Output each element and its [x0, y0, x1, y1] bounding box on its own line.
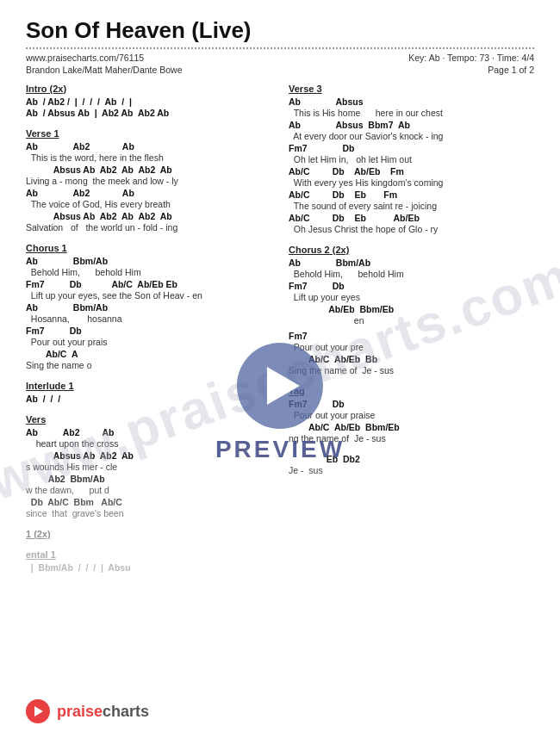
- lyric-line: Behold Him, behold Him: [26, 267, 271, 277]
- play-icon: [267, 367, 300, 405]
- section-verse1: Verse 1 Ab Ab2 Ab This is the word, here…: [26, 128, 271, 233]
- lyric-line: The sound of every saint re - joicing: [289, 201, 534, 211]
- lyric-line: w the dawn, put d: [26, 485, 271, 495]
- footer-logo[interactable]: [26, 699, 50, 723]
- chord-line: Absus Ab Ab2 Ab Ab2 Ab: [26, 164, 271, 175]
- lyric-line: since that grave's been: [26, 508, 271, 518]
- lyric-line: Living a - mong the meek and low - ly: [26, 176, 271, 186]
- chord-line: Ab Absus: [289, 96, 534, 107]
- chord-line: Ab Bbm/Ab: [289, 257, 534, 268]
- section-title-chorus1-2x: 1 (2x): [26, 529, 271, 539]
- chord-line: Db Ab/C Bbm Ab/C: [26, 497, 271, 507]
- chord-line: | Bbm/Ab / / / | Absu: [26, 562, 271, 573]
- chord-line: Ab/C Db Eb Ab/Eb: [289, 213, 534, 223]
- chord-line: Fm7 Db Ab/C Ab/Eb Eb: [26, 279, 271, 289]
- lyric-line: Behold Him, behold Him: [289, 269, 534, 279]
- lyric-line: This is His home here in our chest: [289, 108, 534, 118]
- chord-line: Ab Bbm/Ab: [26, 302, 271, 313]
- chord-line: Ab Ab2 Ab: [26, 141, 271, 152]
- section-title-verse1: Verse 1: [26, 128, 271, 139]
- chord-line: Ab/C Db Ab/Eb Fm: [289, 166, 534, 177]
- section-title-verse3: Verse 3: [289, 84, 534, 94]
- chord-line: Ab / Absus Ab | Ab2 Ab Ab2 Ab: [26, 108, 271, 118]
- page-number: Page 1 of 2: [488, 65, 534, 75]
- chord-line: Ab Bbm/Ab: [26, 256, 271, 266]
- section-title-chorus1: Chorus 1: [26, 243, 271, 253]
- section-intro: Intro (2x) Ab / Ab2 / | / / / Ab / | Ab …: [26, 84, 271, 118]
- chord-line: Fm7: [289, 331, 534, 341]
- left-column: Intro (2x) Ab / Ab2 / | / / / Ab / | Ab …: [26, 84, 271, 583]
- footer-play-icon: [34, 706, 43, 716]
- chord-line: Ab2 Bbm/Ab: [26, 474, 271, 484]
- preview-label: PREVIEW: [215, 436, 345, 463]
- footer-brand: praisecharts: [57, 703, 149, 721]
- section-title-intro: Intro (2x): [26, 84, 271, 94]
- section-title-chorus2: Chorus 2 (2x): [289, 245, 534, 255]
- lyric-line: s wounds His mer - cle: [26, 462, 271, 472]
- lyric-line: en: [289, 315, 534, 326]
- section-verse3: Verse 3 Ab Absus This is His home here i…: [289, 84, 534, 234]
- meta-row-2: Brandon Lake/Matt Maher/Dante Bowe Page …: [26, 65, 534, 75]
- lyric-line: Oh Jesus Christ the hope of Glo - ry: [289, 224, 534, 234]
- chord-line: Fm7 Db: [289, 143, 534, 153]
- lyric-line: Hosanna, hosanna: [26, 313, 271, 324]
- song-title: Son Of Heaven (Live): [26, 17, 534, 44]
- content-area: Intro (2x) Ab / Ab2 / | / / / Ab / | Ab …: [26, 84, 534, 583]
- lyric-line: Lift up your eyes: [289, 292, 534, 302]
- right-column: Verse 3 Ab Absus This is His home here i…: [289, 84, 534, 583]
- section-chorus1-2x: 1 (2x): [26, 529, 271, 539]
- divider: [26, 47, 534, 49]
- chord-line: Ab/C Db Eb Fm: [289, 189, 534, 200]
- lyric-line: Je - sus: [289, 465, 534, 475]
- chord-line: Absus Ab Ab2 Ab Ab2 Ab: [26, 211, 271, 221]
- lyric-line: This is the word, here in the flesh: [26, 152, 271, 163]
- chord-line: Ab Absus Bbm7 Ab: [289, 120, 534, 130]
- footer: praisecharts: [26, 699, 534, 723]
- chord-line: Fm7 Db: [26, 326, 271, 336]
- lyric-line: At every door our Savior's knock - ing: [289, 131, 534, 141]
- chord-line: Ab Ab2 Ab: [26, 188, 271, 198]
- page: Son Of Heaven (Live) www.praisecharts.co…: [0, 0, 560, 732]
- section-title-instrumental1: ental 1: [26, 549, 271, 560]
- section-instrumental1: ental 1 | Bbm/Ab / / / | Absu: [26, 549, 271, 573]
- lyric-line: Lift up your eyes, see the Son of Heav -…: [26, 290, 271, 301]
- lyric-line: The voice of God, His every breath: [26, 199, 271, 209]
- footer-brand-text: charts: [103, 703, 149, 720]
- preview-container[interactable]: PREVIEW: [215, 343, 345, 463]
- lyric-line: With every yes His kingdom's coming: [289, 177, 534, 188]
- lyric-line: Salvation of the world un - fold - ing: [26, 222, 271, 233]
- chord-line: Ab / Ab2 / | / / / Ab / |: [26, 96, 271, 107]
- chord-line: Ab/Eb Bbm/Eb: [289, 304, 534, 314]
- key-tempo-time: Key: Ab · Tempo: 73 · Time: 4/4: [408, 53, 534, 63]
- footer-brand-colored: praise: [57, 703, 103, 720]
- meta-row: www.praisecharts.com/76115 Key: Ab · Tem…: [26, 53, 534, 63]
- url: www.praisecharts.com/76115: [26, 53, 144, 63]
- chord-line: Fm7 Db: [289, 281, 534, 291]
- play-button[interactable]: [237, 343, 323, 429]
- lyric-line: Oh let Him in, oh let Him out: [289, 154, 534, 164]
- authors: Brandon Lake/Matt Maher/Dante Bowe: [26, 65, 183, 75]
